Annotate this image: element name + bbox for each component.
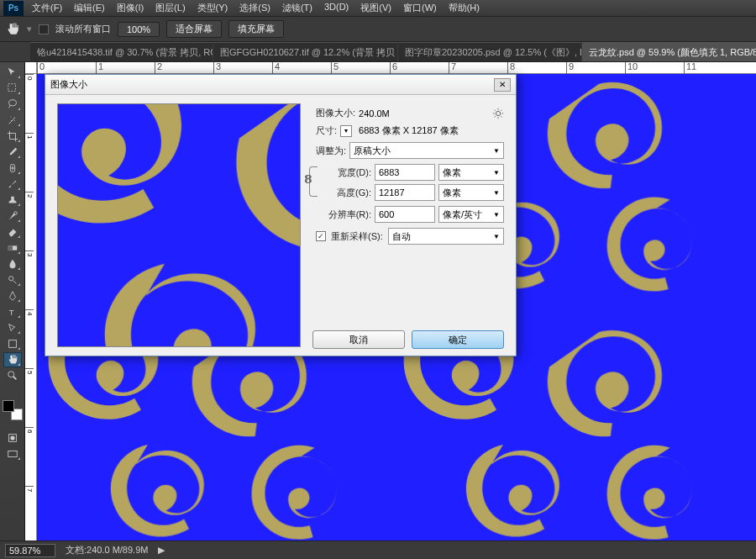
app-logo: Ps: [3, 1, 24, 16]
eraser-tool[interactable]: [3, 224, 22, 240]
screenmode-toggle[interactable]: [3, 446, 22, 461]
svg-text:T: T: [8, 308, 13, 317]
path-select-tool[interactable]: [3, 320, 22, 335]
svg-rect-7: [8, 245, 12, 250]
svg-point-5: [13, 212, 17, 215]
status-bar: 文档:240.0 M/89.9M ▶: [0, 541, 756, 559]
menu-filter[interactable]: 滤镜(T): [277, 0, 318, 16]
brush-tool[interactable]: [3, 177, 22, 192]
ruler-horizontal[interactable]: 01234567891011: [37, 62, 756, 74]
height-input[interactable]: [375, 184, 435, 201]
fill-screen-button[interactable]: 填充屏幕: [228, 20, 284, 38]
width-input[interactable]: [375, 164, 435, 181]
svg-rect-10: [8, 340, 16, 348]
resample-label: 重新采样(S):: [331, 230, 383, 243]
svg-point-11: [8, 372, 13, 377]
color-swatches[interactable]: [3, 400, 23, 420]
image-size-value: 240.0M: [359, 108, 419, 119]
ruler-vertical[interactable]: 012345678: [25, 74, 37, 541]
move-tool[interactable]: [3, 65, 22, 80]
menu-edit[interactable]: 编辑(E): [69, 0, 110, 16]
menu-help[interactable]: 帮助(H): [444, 0, 485, 16]
height-unit-select[interactable]: 像素▼: [438, 184, 504, 201]
main-menu: 文件(F) 编辑(E) 图像(I) 图层(L) 类型(Y) 选择(S) 滤镜(T…: [27, 0, 485, 16]
scroll-all-checkbox[interactable]: [39, 24, 49, 34]
zoom-100-button[interactable]: 100%: [118, 22, 160, 37]
doc-tab-3[interactable]: 图字印章20230205.psd @ 12.5% (《图》, R...×: [398, 42, 581, 61]
image-size-dialog: 图像大小 ✕ 图像大小: 240.0M 尺寸: ▾ 6883 像素 X 1218…: [45, 74, 517, 356]
toolbar: T: [0, 62, 25, 541]
doc-size-label: 文档:240.0 M/89.9M: [66, 544, 148, 556]
history-brush-tool[interactable]: [3, 208, 22, 224]
type-tool[interactable]: T: [3, 304, 22, 319]
resample-checkbox[interactable]: ✓: [316, 231, 326, 241]
width-label: 宽度(D):: [338, 166, 371, 179]
fit-screen-button[interactable]: 适合屏幕: [166, 20, 222, 38]
menu-view[interactable]: 视图(V): [355, 0, 396, 16]
width-unit-select[interactable]: 像素▼: [438, 164, 504, 181]
crop-tool[interactable]: [3, 129, 22, 144]
lasso-tool[interactable]: [3, 97, 22, 112]
doc-tab-1[interactable]: 铬u4218415438.tif @ 30.7% (背景 拷贝, RG...×: [30, 42, 213, 61]
marquee-tool[interactable]: [3, 81, 22, 96]
image-size-label: 图像大小:: [316, 107, 355, 119]
dimensions-dropdown[interactable]: ▾: [340, 125, 352, 137]
resample-select[interactable]: 自动▼: [388, 228, 504, 245]
menu-type[interactable]: 类型(Y): [192, 0, 234, 16]
zoom-input[interactable]: [5, 544, 55, 557]
scroll-all-label: 滚动所有窗口: [55, 23, 111, 35]
gear-icon[interactable]: [492, 108, 504, 119]
eyedropper-tool[interactable]: [3, 145, 22, 160]
ruler-origin[interactable]: [25, 62, 37, 74]
svg-rect-14: [8, 451, 17, 457]
dimensions-label: 尺寸:: [316, 124, 337, 137]
svg-point-16: [496, 111, 500, 115]
zoom-tool[interactable]: [3, 368, 22, 383]
dodge-tool[interactable]: [3, 272, 22, 287]
hand-tool[interactable]: [3, 352, 22, 367]
stamp-tool[interactable]: [3, 192, 22, 208]
resolution-label: 分辨率(R):: [328, 208, 371, 221]
menu-select[interactable]: 选择(S): [234, 0, 276, 16]
svg-rect-2: [8, 84, 15, 92]
resolution-input[interactable]: [375, 206, 435, 223]
pen-tool[interactable]: [3, 288, 22, 303]
close-button[interactable]: ✕: [494, 78, 511, 92]
fit-to-select[interactable]: 原稿大小▼: [349, 142, 504, 159]
height-label: 高度(G):: [337, 187, 371, 199]
link-icon[interactable]: 𝟴: [301, 172, 316, 186]
menu-3d[interactable]: 3D(D): [319, 0, 354, 16]
svg-point-8: [8, 277, 13, 281]
menu-image[interactable]: 图像(I): [112, 0, 149, 16]
dimensions-value: 6883 像素 X 12187 像素: [355, 124, 504, 137]
svg-point-13: [10, 435, 14, 440]
svg-rect-15: [57, 103, 301, 347]
shape-tool[interactable]: [3, 336, 22, 351]
status-arrow-icon[interactable]: ▶: [158, 545, 165, 556]
menu-layer[interactable]: 图层(L): [150, 0, 190, 16]
ok-button[interactable]: 确定: [412, 330, 504, 349]
fit-to-label: 调整为:: [316, 145, 346, 157]
menu-window[interactable]: 窗口(W): [398, 0, 442, 16]
gradient-tool[interactable]: [3, 240, 22, 256]
resolution-unit-select[interactable]: 像素/英寸▼: [438, 206, 504, 223]
doc-tab-4[interactable]: 云龙纹.psd @ 59.9% (颜色填充 1, RGB/8) *×: [582, 42, 756, 61]
wand-tool[interactable]: [3, 113, 22, 128]
preview-thumbnail[interactable]: [57, 103, 301, 347]
blur-tool[interactable]: [3, 256, 22, 272]
svg-point-3: [8, 100, 16, 106]
dialog-title: 图像大小: [50, 78, 87, 91]
quickmask-toggle[interactable]: [3, 430, 22, 446]
menu-file[interactable]: 文件(F): [27, 0, 67, 16]
heal-tool[interactable]: [3, 161, 22, 176]
cancel-button[interactable]: 取消: [312, 330, 405, 349]
doc-tab-2[interactable]: 图GFGGH0210627.tif @ 12.2% (背景 拷贝 2...×: [213, 42, 397, 61]
hand-tool-icon[interactable]: [5, 22, 20, 37]
